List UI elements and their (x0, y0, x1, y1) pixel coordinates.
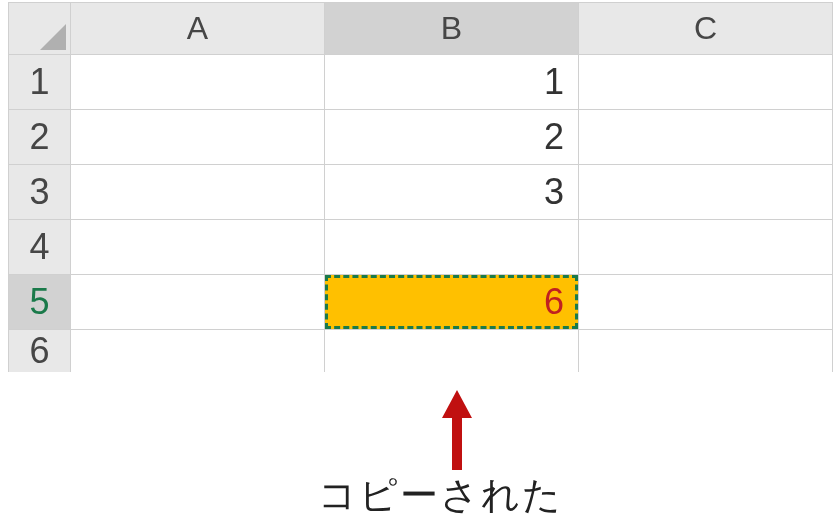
row-header-6[interactable]: 6 (9, 330, 71, 373)
cell-C4[interactable] (579, 220, 833, 275)
cell-A4[interactable] (71, 220, 325, 275)
row-header-1[interactable]: 1 (9, 55, 71, 110)
annotation-text: コピーされた (230, 470, 650, 521)
cell-A2[interactable] (71, 110, 325, 165)
column-header-B[interactable]: B (325, 3, 579, 55)
cell-A3[interactable] (71, 165, 325, 220)
row-header-5[interactable]: 5 (9, 275, 71, 330)
annotation-callout: コピーされた (230, 390, 650, 521)
cell-B5[interactable]: 6 (325, 275, 579, 330)
arrow-up-icon (442, 390, 472, 470)
cell-A1[interactable] (71, 55, 325, 110)
row-header-4[interactable]: 4 (9, 220, 71, 275)
spreadsheet-grid[interactable]: A B C 1 1 2 2 3 3 4 5 6 6 (8, 2, 833, 372)
cell-B1[interactable]: 1 (325, 55, 579, 110)
cell-C1[interactable] (579, 55, 833, 110)
cell-B3[interactable]: 3 (325, 165, 579, 220)
cell-B2[interactable]: 2 (325, 110, 579, 165)
select-all-corner[interactable] (9, 3, 71, 55)
svg-marker-0 (40, 24, 66, 50)
select-all-triangle-icon (40, 24, 66, 50)
svg-marker-1 (442, 390, 472, 470)
cell-A5[interactable] (71, 275, 325, 330)
column-header-C[interactable]: C (579, 3, 833, 55)
row-header-2[interactable]: 2 (9, 110, 71, 165)
cell-C3[interactable] (579, 165, 833, 220)
row-header-3[interactable]: 3 (9, 165, 71, 220)
cell-B4[interactable] (325, 220, 579, 275)
cell-B6[interactable] (325, 330, 579, 373)
cell-A6[interactable] (71, 330, 325, 373)
cell-C5[interactable] (579, 275, 833, 330)
column-header-A[interactable]: A (71, 3, 325, 55)
cell-C2[interactable] (579, 110, 833, 165)
cell-value: 6 (544, 281, 564, 322)
cell-C6[interactable] (579, 330, 833, 373)
copy-marquee-icon (325, 275, 578, 329)
